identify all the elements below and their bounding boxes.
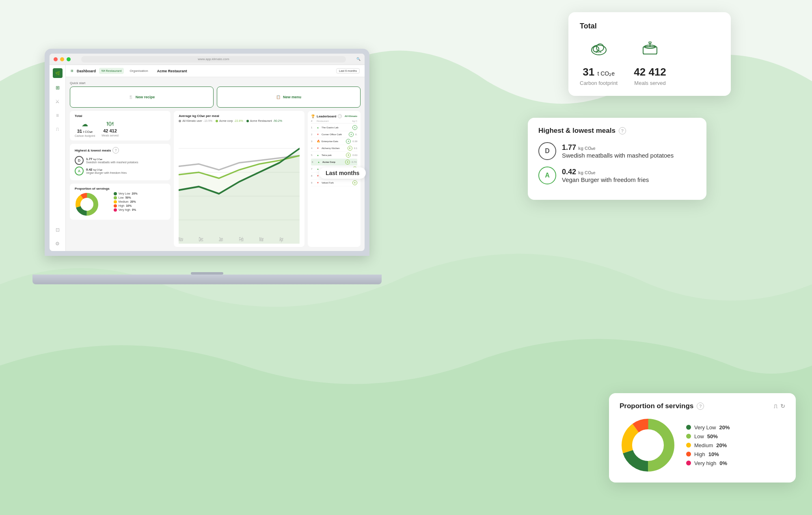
sidebar-logo: 🌿 bbox=[53, 68, 63, 78]
url-text: www.app.klimato.com bbox=[198, 57, 229, 61]
prop-legend-low: Low 50% bbox=[686, 433, 730, 439]
hl-name-2: Vegan Burger with freedom fries bbox=[562, 176, 649, 183]
carbon-value: 31 t CO₂e bbox=[77, 129, 93, 134]
meal-name-2: Vegan Burger with freedom fries bbox=[86, 171, 127, 174]
float-meals-value: 42 412 bbox=[634, 66, 666, 78]
meal-row-2: A 0.42 kg CO₂e Vegan Burger with freedom… bbox=[75, 167, 166, 175]
float-carbon-value: 31 t CO₂e bbox=[583, 66, 615, 78]
lb-row-9: 9▼ Velvet Fork B bbox=[311, 180, 357, 186]
legend-dot-restaurant bbox=[246, 120, 249, 122]
chart-area: Nov Dec Jan Feb Mar Apr bbox=[179, 125, 300, 244]
left-panel: Total ☁ 31 t CO₂e Carbon footprint bbox=[70, 111, 171, 247]
co2-icon: ☁ bbox=[82, 120, 88, 128]
meals-card-title: Highest & lowest meals ? bbox=[75, 147, 166, 154]
chart-legend: All Klimato user -13.5% Acme corp -22.8% bbox=[179, 119, 300, 122]
leaderboard-header: 🏆 Leaderboard ? All Klimato bbox=[311, 114, 357, 118]
sidebar-item-reports[interactable]: ⊡ bbox=[54, 226, 62, 234]
legend-dot-corp bbox=[216, 120, 218, 122]
hl-info-1: 1.77 kg CO₂e Swedish meatballs with mash… bbox=[562, 143, 674, 159]
servings-left: Proportion of servings bbox=[75, 187, 110, 216]
svg-text:Mar: Mar bbox=[259, 236, 264, 242]
sidebar-item-food[interactable]: ⚔ bbox=[54, 97, 62, 106]
sidebar-item-dashboard[interactable]: ⊞ bbox=[54, 84, 62, 92]
hl-badge-d: D bbox=[538, 142, 556, 160]
refresh-icon[interactable]: ↻ bbox=[780, 403, 785, 409]
legend-item-verylow: Very Low 20% bbox=[114, 192, 138, 195]
sidebar-item-list[interactable]: ≡ bbox=[54, 111, 62, 119]
new-menu-button[interactable]: 📋 New menu bbox=[217, 87, 361, 108]
last-months-badge[interactable]: Last months bbox=[319, 167, 366, 179]
new-recipe-button[interactable]: 🍴 New recipe bbox=[70, 87, 214, 108]
lb-filter[interactable]: All Klimato bbox=[345, 115, 357, 117]
maximize-dot[interactable] bbox=[67, 57, 71, 61]
lb-row-1: 1▲ The Gastro Lab A bbox=[311, 124, 357, 131]
sidebar-item-chart[interactable]: ⎍ bbox=[54, 125, 62, 133]
lb-row-4: 4▼ Alchemy Kitchen B 0.1 bbox=[311, 145, 357, 152]
help-icon-meals: ? bbox=[112, 147, 119, 154]
chart-type-icon[interactable]: ⎍ bbox=[774, 403, 777, 409]
svg-point-4 bbox=[82, 199, 92, 210]
titlebar: www.app.klimato.com 🔍 bbox=[50, 54, 365, 65]
minimize-dot[interactable] bbox=[60, 57, 64, 61]
svg-text:Feb: Feb bbox=[239, 236, 244, 242]
svg-text:Apr: Apr bbox=[279, 236, 283, 242]
menu-icon: 📋 bbox=[276, 95, 281, 99]
quick-start-row: 🍴 New recipe 📋 New menu bbox=[70, 87, 361, 108]
servings-card: Proportion of servings bbox=[70, 184, 171, 220]
meal-info-1: 1.77 kg CO₂e Swedish meatballs with mash… bbox=[86, 157, 138, 164]
chart-title: Average kg CO₂e per meal bbox=[179, 114, 300, 118]
prop-legend-medium: Medium 20% bbox=[686, 442, 730, 448]
svg-point-30 bbox=[635, 432, 661, 458]
date-filter-dropdown[interactable]: Last 6 months bbox=[336, 68, 360, 74]
meal-kg-2: 0.42 kg CO₂e bbox=[86, 168, 127, 171]
close-dot[interactable] bbox=[54, 57, 58, 61]
float-total-title: Total bbox=[580, 22, 719, 30]
tab-restaurant[interactable]: 🍽 Restaurant bbox=[99, 68, 124, 74]
recipe-icon: 🍴 bbox=[129, 95, 133, 99]
sidebar-item-settings[interactable]: ⚙ bbox=[54, 240, 62, 248]
legend-all-klimato: All Klimato user -13.5% bbox=[179, 119, 212, 122]
meal-badge-d: D bbox=[75, 156, 84, 165]
prop-content: Very Low 20% Low 50% Medium 20% High 10%… bbox=[620, 417, 785, 474]
meals-value: 42 412 bbox=[103, 128, 117, 133]
svg-text:Jan: Jan bbox=[219, 236, 223, 242]
quick-start-label: Quick start bbox=[70, 81, 361, 85]
laptop-screen: www.app.klimato.com 🔍 🌿 ⊞ ⚔ ≡ ⎍ ⊡ ⚙ bbox=[45, 49, 369, 256]
hl-row-1: D 1.77 kg CO₂e Swedish meatballs with ma… bbox=[538, 142, 696, 160]
legend-acme-corp: Acme corp -22.8% bbox=[216, 119, 243, 122]
total-float-card: Total CO₂ 31 t CO₂e Carbon footprint bbox=[568, 12, 731, 96]
float-meals-stat: 42 412 Meals served bbox=[634, 39, 666, 86]
total-card: Total ☁ 31 t CO₂e Carbon footprint bbox=[70, 111, 171, 141]
hl-info-2: 0.42 kg CO₂e Vegan Burger with freedom f… bbox=[562, 168, 649, 183]
help-icon-hl: ? bbox=[619, 127, 626, 134]
tab-organisation[interactable]: Organisation bbox=[127, 68, 150, 74]
prop-dot-low bbox=[686, 434, 691, 439]
svg-text:Nov: Nov bbox=[179, 236, 183, 242]
line-chart-svg: Nov Dec Jan Feb Mar Apr bbox=[179, 125, 300, 244]
main-content: ⊞ Dashboard 🍽 Restaurant Organisation Ac… bbox=[66, 65, 365, 251]
total-card-title: Total bbox=[75, 114, 166, 118]
carbon-stat: ☁ 31 t CO₂e Carbon footprint bbox=[75, 120, 95, 137]
prop-dot-high bbox=[686, 452, 691, 457]
search-icon: 🔍 bbox=[356, 57, 361, 61]
legend-item-low: Low 50% bbox=[114, 196, 138, 199]
legend-dot-high bbox=[114, 204, 117, 208]
float-carbon-label: Carbon footprint bbox=[580, 80, 618, 86]
dashboard: Quick start 🍴 New recipe 📋 New menu bbox=[66, 77, 365, 251]
meals-label: Meals served bbox=[102, 134, 119, 137]
servings-title: Proportion of servings bbox=[75, 187, 110, 190]
prop-dot-medium bbox=[686, 443, 691, 448]
chart-panel: Average kg CO₂e per meal All Klimato use… bbox=[174, 111, 304, 247]
prop-dot-veryhigh bbox=[686, 461, 691, 465]
laptop-base bbox=[32, 275, 382, 284]
help-icon-prop: ? bbox=[697, 402, 704, 410]
hl-row-2: A 0.42 kg CO₂e Vegan Burger with freedom… bbox=[538, 167, 696, 184]
legend-item-medium: Medium 20% bbox=[114, 200, 138, 203]
hl-kg-2: 0.42 kg CO₂e bbox=[562, 168, 596, 176]
hl-name-1: Swedish meatballs with mashed potatoes bbox=[562, 152, 674, 159]
lb-row-2: 2▼ Corner Office Café A 0. bbox=[311, 131, 357, 138]
help-icon-lb: ? bbox=[338, 114, 342, 118]
hl-kg-1: 1.77 kg CO₂e bbox=[562, 143, 596, 151]
svg-text:Dec: Dec bbox=[199, 236, 203, 242]
donut-chart bbox=[75, 192, 99, 216]
